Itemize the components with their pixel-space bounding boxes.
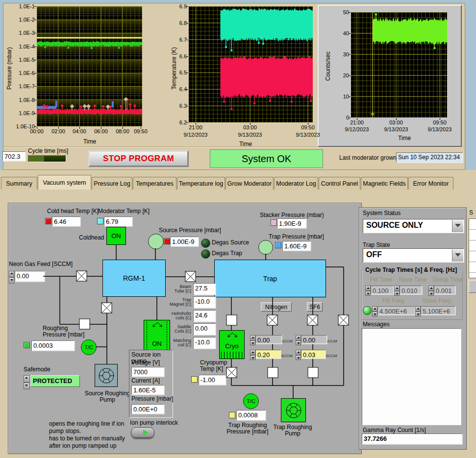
x-tick-mark	[357, 118, 357, 120]
store-freq-value[interactable]: 5.100E+6	[421, 306, 455, 315]
fill-freq-value[interactable]: 4.500E+6	[377, 306, 415, 315]
cutoff-button[interactable]	[469, 280, 476, 293]
x-tick-date: 9/13/2023	[423, 126, 457, 132]
temperature-x-axis-label: Time	[229, 141, 262, 147]
x-tick-label: 09:50	[127, 128, 154, 134]
valve-closed-icon[interactable]	[185, 271, 196, 282]
fill-time-label: Fill Time	[370, 277, 392, 283]
tab-temperatures[interactable]: Temperatures	[133, 177, 176, 190]
x-tick-date: 9/13/2023	[291, 132, 325, 138]
tab-pressure-log[interactable]: Pressure Log	[92, 177, 132, 190]
x-tick-date: 9/13/2023	[233, 132, 267, 138]
x-tick-label: 03:00	[236, 124, 264, 130]
y-tick-mark	[34, 33, 36, 33]
y-tick-label: 6.3	[172, 103, 187, 109]
y-tick-label: 50	[337, 9, 349, 15]
tab-moderator-log[interactable]: Moderator Log	[274, 177, 318, 190]
fill-time-spinner[interactable]	[365, 286, 371, 294]
x-tick-mark	[37, 127, 37, 129]
gas-set-value[interactable]: 0.00	[255, 335, 282, 344]
ion-pump-voltage-label: Voltage [V]	[131, 360, 160, 366]
y-tick-mark	[186, 23, 188, 24]
tab-temperature-log[interactable]: Temperature log	[177, 177, 225, 190]
trap-roughing-pump[interactable]	[281, 398, 306, 422]
counts-chart	[351, 12, 447, 118]
messages-label: Messages	[363, 321, 390, 328]
y-tick-mark	[34, 100, 36, 100]
valve-open-icon[interactable]	[268, 367, 278, 378]
store-time-value[interactable]: 0.010	[400, 286, 422, 294]
messages-box[interactable]	[362, 328, 461, 425]
trap-state-dropdown[interactable]: OFF	[363, 248, 464, 263]
tab-summary[interactable]: Summary	[1, 177, 37, 190]
y-tick-mark	[186, 56, 188, 57]
dump-time-value[interactable]: 0.001	[434, 286, 455, 294]
y-tick-label: 6.8	[172, 20, 187, 26]
store-time-spinner[interactable]	[394, 286, 400, 294]
y-tick-mark	[34, 47, 36, 47]
gas-set-value[interactable]: 0.00	[301, 335, 327, 344]
fill-freq-spinner[interactable]	[372, 306, 377, 314]
valve-closed-icon[interactable]	[226, 367, 237, 378]
tab-error-monitor[interactable]: Error Monitor	[408, 177, 453, 190]
x-tick-mark	[250, 123, 251, 125]
gas-actual-value[interactable]: 0.20	[255, 350, 281, 359]
gamma-ray-count-label: Gamma Ray Count [1/s]	[363, 427, 426, 434]
cycle-time-value: 702.3	[2, 151, 25, 161]
stop-program-button[interactable]: STOP PROGRAM	[88, 150, 189, 167]
valve-closed-icon[interactable]	[101, 303, 112, 313]
y-tick-label: 6.9	[172, 3, 187, 9]
counts-x-axis-label: Time	[388, 135, 421, 142]
store-time-label: Store Time	[399, 277, 427, 283]
temperature-chart	[189, 6, 313, 122]
valve-closed-icon[interactable]	[267, 315, 277, 325]
valve-open-icon[interactable]	[308, 367, 318, 378]
tab-grow-moderator[interactable]: Grow Moderator	[225, 177, 274, 190]
x-tick-mark	[58, 127, 59, 129]
x-tick-label: 03:00	[382, 120, 410, 125]
dump-time-spinner[interactable]	[428, 286, 434, 294]
x-tick-date: 9/13/2023	[379, 126, 413, 132]
cryo-label: Cryo	[225, 342, 238, 350]
last-moderator-value: Sun 10 Sep 2023 22:34	[396, 152, 463, 163]
dump-time-label: Dump Time	[433, 277, 463, 283]
cycle-time-bar	[28, 155, 66, 162]
y-tick-label: 30	[337, 51, 349, 57]
tab-control-panel[interactable]: Control Panel	[319, 177, 360, 190]
system-status-dropdown[interactable]: SOURCE ONLY	[363, 219, 464, 233]
cycle-time-label: Cycle time [ms]	[28, 148, 68, 154]
tab-vacuum-system[interactable]: Vacuum system	[38, 175, 91, 190]
y-tick-mark	[186, 40, 188, 40]
fill-time-value[interactable]: 0.100	[371, 286, 394, 294]
valve-open-icon[interactable]	[79, 319, 90, 329]
y-tick-label: 6.5	[172, 70, 187, 75]
tab-magnetic-fields[interactable]: Magnetic Fields	[361, 177, 408, 190]
ion-pump-interlock-switch[interactable]	[131, 427, 154, 438]
cryo-pump-box[interactable]: Cryo	[219, 330, 245, 359]
valve-open-icon[interactable]	[226, 315, 237, 325]
store-freq-label: Store Freq.	[423, 298, 452, 304]
y-tick-mark	[349, 33, 351, 34]
y-tick-label: 20	[337, 72, 349, 78]
ion-pump-pressure-label: Pressure [mbar]	[131, 396, 173, 402]
valve-closed-icon[interactable]	[307, 315, 318, 325]
valve-closed-icon[interactable]	[338, 315, 349, 325]
y-tick-label: 1.0E-6	[9, 70, 35, 76]
y-tick-label: 1.0E-4	[9, 44, 35, 49]
valve-closed-icon[interactable]	[76, 271, 87, 281]
x-tick-date: 9/12/2023	[340, 126, 374, 132]
x-tick-mark	[123, 127, 123, 129]
cycle-trap-led[interactable]	[363, 306, 372, 315]
dropdown-arrow-icon[interactable]	[452, 220, 463, 232]
ion-pump-interlock-label: Ion pump interlock	[130, 420, 178, 426]
store-freq-spinner[interactable]	[415, 306, 421, 314]
y-tick-mark	[186, 6, 188, 7]
y-tick-label: 1.0E-9	[9, 110, 35, 116]
gas-actual-value[interactable]: 0.03	[301, 350, 326, 359]
dropdown-arrow-icon[interactable]	[452, 249, 463, 262]
system-status-banner: System OK	[210, 149, 323, 168]
y-tick-mark	[34, 86, 36, 87]
x-tick-date: 9/12/2023	[178, 132, 213, 138]
source-roughing-pump[interactable]	[95, 364, 118, 387]
y-tick-label: 40	[337, 30, 349, 36]
